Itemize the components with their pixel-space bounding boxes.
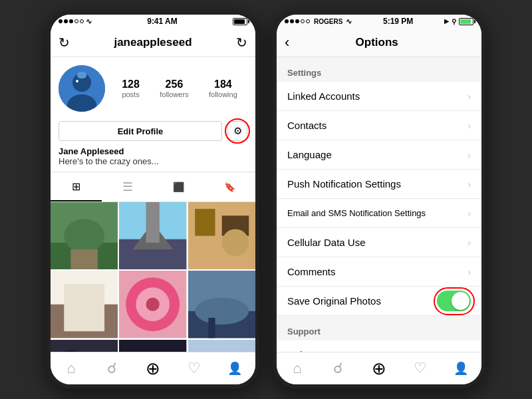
time-right: 5:19 PM [383, 17, 413, 26]
save-photos-label: Save Original Photos [287, 295, 437, 307]
support-header: Support [277, 316, 481, 340]
nav-history-icon[interactable]: ↻ [59, 35, 70, 51]
r-dot4 [301, 19, 305, 23]
linked-accounts-label: Linked Accounts [287, 90, 467, 102]
followers-count: 256 [166, 78, 184, 90]
avatar [59, 65, 105, 112]
tab-heart-right[interactable]: ♡ [400, 352, 441, 384]
svg-point-16 [221, 229, 249, 257]
battery-fill-right [460, 19, 471, 24]
r-dot5 [306, 19, 310, 23]
svg-rect-12 [146, 202, 160, 243]
tab-search-right[interactable]: ☌ [318, 352, 359, 384]
options-nav: ‹ Options [277, 28, 481, 57]
tab-bookmark[interactable]: 🔖 [204, 172, 255, 201]
svg-rect-19 [64, 285, 104, 332]
time-left: 9:41 AM [147, 17, 178, 26]
photo-5[interactable] [119, 271, 186, 338]
email-sms-label: Email and SMS Notification Settings [287, 208, 467, 218]
tab-heart-left[interactable]: ♡ [174, 352, 215, 384]
linked-accounts-item[interactable]: Linked Accounts › [277, 82, 481, 111]
svg-rect-27 [208, 318, 215, 338]
photo-2[interactable] [119, 202, 186, 269]
profile-bio: Here's to the crazy ones... [59, 156, 247, 166]
save-photos-item[interactable]: Save Original Photos [277, 287, 481, 316]
tab-grid[interactable]: ⊞ [51, 172, 102, 201]
contacts-item[interactable]: Contacts › [277, 111, 481, 140]
tab-home-right[interactable]: ⌂ [277, 352, 318, 384]
wifi-icon-right: ∿ [346, 17, 352, 26]
following-count: 184 [214, 78, 232, 90]
battery-area-left [233, 18, 247, 25]
tab-add-left[interactable]: ⊕ [132, 352, 174, 384]
email-sms-item[interactable]: Email and SMS Notification Settings › [277, 199, 481, 228]
photo-4[interactable] [51, 271, 118, 338]
tab-list[interactable]: ☰ [102, 172, 153, 201]
push-notifications-chevron: › [467, 179, 471, 190]
svg-point-7 [64, 219, 104, 253]
photo-9[interactable] [188, 340, 255, 352]
following-label: following [209, 90, 237, 98]
svg-rect-39 [188, 340, 255, 352]
following-stat: 184 following [209, 78, 237, 98]
linked-accounts-chevron: › [467, 91, 471, 102]
posts-label: posts [122, 90, 139, 98]
posts-count: 128 [122, 78, 140, 90]
tab-tag[interactable]: ⬛ [153, 172, 204, 201]
battery-fill-left [234, 19, 245, 24]
location-icon: ▶ [444, 18, 449, 25]
tab-add-right[interactable]: ⊕ [358, 352, 400, 384]
tab-profile-left[interactable]: 👤 [214, 352, 255, 384]
back-button[interactable]: ‹ [285, 34, 289, 51]
cellular-data-item[interactable]: Cellular Data Use › [277, 228, 481, 257]
profile-nav-bar: ↻ janeappleseed ↻ [51, 28, 255, 57]
r-dot2 [290, 19, 294, 23]
photo-3[interactable] [188, 202, 255, 269]
contacts-label: Contacts [287, 120, 467, 131]
gear-icon: ⚙ [233, 125, 242, 137]
gear-button[interactable]: ⚙ [227, 121, 247, 141]
bluetooth-icon: ⚲ [452, 18, 456, 25]
push-notifications-label: Push Notification Settings [287, 178, 467, 190]
help-center-item[interactable]: Help Center › [277, 340, 481, 352]
profile-content: 128 posts 256 followers 184 following Ed… [51, 57, 255, 352]
posts-stat: 128 posts [122, 78, 140, 98]
nav-spacer: ↻ [236, 35, 247, 51]
bottom-tab-bar-right: ⌂ ☌ ⊕ ♡ 👤 [277, 352, 481, 384]
content-tabs: ⊞ ☰ ⬛ 🔖 [51, 172, 255, 202]
tab-profile-right[interactable]: 👤 [440, 352, 481, 384]
followers-stat: 256 followers [160, 78, 188, 98]
edit-profile-button[interactable]: Edit Profile [59, 121, 222, 141]
signal-dots-right [285, 19, 310, 23]
status-bar-left: ∿ 9:41 AM [51, 15, 255, 28]
save-photos-toggle[interactable] [437, 291, 471, 311]
battery-area-right: ▶ ⚲ [444, 18, 473, 25]
language-item[interactable]: Language › [277, 140, 481, 170]
r-dot1 [285, 19, 289, 23]
comments-item[interactable]: Comments › [277, 257, 481, 287]
bottom-tab-bar-left: ⌂ ☌ ⊕ ♡ 👤 [51, 352, 255, 384]
email-sms-chevron: › [467, 208, 471, 219]
dot1 [59, 19, 63, 23]
photo-6[interactable] [188, 271, 255, 338]
photo-8[interactable] [119, 340, 186, 352]
options-list: Settings Linked Accounts › Contacts › La… [277, 57, 481, 352]
svg-point-23 [146, 298, 160, 311]
save-photos-toggle-container [437, 291, 471, 311]
signal-area-right: ROGERS ∿ [285, 17, 352, 26]
tab-home-left[interactable]: ⌂ [51, 352, 92, 384]
photo-1[interactable] [51, 202, 118, 269]
language-chevron: › [467, 150, 471, 160]
left-phone: ∿ 9:41 AM ↻ janeappleseed ↻ [47, 11, 259, 388]
photo-7[interactable] [51, 340, 118, 352]
svg-point-3 [76, 80, 78, 82]
carrier-name: ROGERS [314, 18, 342, 25]
followers-label: followers [160, 90, 188, 98]
cellular-data-chevron: › [467, 237, 471, 248]
contacts-chevron: › [467, 120, 471, 131]
push-notifications-item[interactable]: Push Notification Settings › [277, 170, 481, 199]
profile-name-section: Jane Appleseed Here's to the crazy ones.… [51, 145, 255, 172]
svg-rect-32 [119, 340, 186, 352]
wifi-icon-left: ∿ [86, 17, 92, 26]
tab-search-left[interactable]: ☌ [92, 352, 133, 384]
